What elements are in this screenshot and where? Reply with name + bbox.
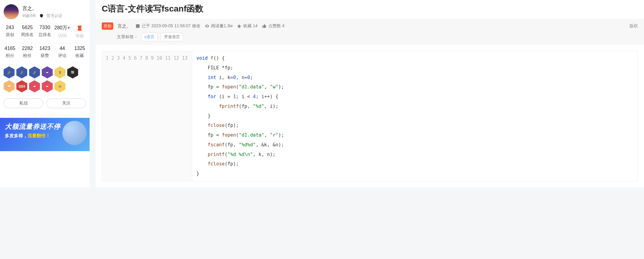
stat-likes[interactable]: 1423 获赞: [36, 46, 54, 58]
eye-icon: [205, 24, 210, 28]
stat-fans[interactable]: 2282 粉丝: [19, 46, 36, 58]
badges: 🚀 🚀 🚀 ✒ 3 恒 📖 1024 ✒ ✒ 🐵: [0, 63, 90, 95]
edit-icon: [135, 24, 140, 28]
shield-icon: [39, 14, 44, 18]
line-gutter: 1 2 3 4 5 6 7 8 9 10 11 12 13: [102, 51, 192, 181]
stat-visits[interactable]: 280万+ 访问: [54, 25, 71, 39]
tag-c[interactable]: c语言: [141, 33, 158, 41]
meta-collect[interactable]: 收藏 14: [237, 23, 257, 29]
copyright-link[interactable]: 版权: [629, 23, 638, 29]
cert-label: 暂无认证: [47, 13, 62, 18]
profile-name[interactable]: 言之。: [22, 5, 62, 12]
stats-bottom: 4165 积分 2282 粉丝 1423 获赞 44 评论 1325 收藏: [0, 43, 90, 63]
tag-dev[interactable]: 开发语言: [161, 33, 183, 41]
article-meta-bar: 原创 言之。 已于 2023-09-05 11:56:07 修改 阅读量1.3w…: [96, 19, 644, 45]
badge-icon[interactable]: 🚀: [16, 66, 27, 78]
article-title: C语言-文件读写fscanf函数: [96, 0, 644, 19]
code-body[interactable]: void f() { FILE *fp; int i, k=0, n=0; fp…: [192, 51, 638, 181]
badge-icon[interactable]: 📖: [4, 80, 15, 92]
stats-top: 243 原创 5625 周排名 7330 总排名 280万+ 访问 等级: [0, 22, 90, 43]
follow-button[interactable]: 关注: [46, 98, 86, 108]
promo-graphic-icon: [62, 121, 87, 145]
meta-timestamp: 已于 2023-09-05 11:56:07 修改: [135, 23, 200, 29]
stat-week-rank[interactable]: 5625 周排名: [19, 25, 36, 39]
badge-icon[interactable]: 恒: [67, 66, 78, 78]
badge-icon[interactable]: 3: [54, 66, 65, 78]
profile-meta: 码龄5年 暂无认证: [22, 13, 62, 18]
profile-header: 言之。 码龄5年 暂无认证: [0, 0, 90, 22]
stat-original[interactable]: 243 原创: [1, 25, 19, 39]
badge-icon[interactable]: 🚀: [29, 66, 40, 78]
promo-banner[interactable]: 大额流量券送不停 多发多得，流量翻倍！: [0, 118, 90, 151]
meta-likes[interactable]: 点赞数 4: [262, 23, 285, 29]
star-icon: [237, 24, 242, 28]
code-block: 1 2 3 4 5 6 7 8 9 10 11 12 13 void f() {…: [102, 51, 638, 181]
avatar[interactable]: [4, 4, 19, 19]
badge-icon[interactable]: 1024: [16, 80, 27, 92]
badge-icon[interactable]: ✒: [42, 80, 53, 92]
tags-label: 文章标签：: [117, 34, 138, 40]
account-age: 码龄5年: [22, 13, 36, 18]
badge-icon[interactable]: ✒: [29, 80, 40, 92]
dm-button[interactable]: 私信: [4, 98, 43, 108]
tags-row: 文章标签： c语言 开发语言: [102, 33, 638, 41]
article-main: C语言-文件读写fscanf函数 原创 言之。 已于 2023-09-05 11…: [96, 0, 644, 188]
stat-points[interactable]: 4165 积分: [1, 46, 19, 58]
author-sidebar: 言之。 码龄5年 暂无认证 243 原创 5625 周排名 7330 总排名 2…: [0, 0, 90, 188]
stat-comments[interactable]: 44 评论: [54, 46, 71, 58]
thumb-up-icon: [262, 24, 267, 28]
author-link[interactable]: 言之。: [117, 23, 131, 29]
meta-views: 阅读量1.3w: [205, 23, 233, 29]
meta-row-1: 原创 言之。 已于 2023-09-05 11:56:07 修改 阅读量1.3w…: [102, 22, 638, 30]
action-buttons: 私信 关注: [0, 95, 90, 112]
original-badge: 原创: [102, 22, 113, 30]
stat-level[interactable]: 等级: [71, 25, 88, 39]
profile-info: 言之。 码龄5年 暂无认证: [22, 5, 62, 18]
badge-icon[interactable]: 🐵: [54, 80, 65, 92]
stat-total-rank[interactable]: 7330 总排名: [36, 25, 54, 39]
stat-collects[interactable]: 1325 收藏: [71, 46, 88, 58]
badge-icon[interactable]: 🚀: [4, 66, 15, 78]
badge-icon[interactable]: ✒: [42, 66, 53, 78]
svg-rect-0: [136, 24, 140, 28]
level-icon: [76, 25, 83, 32]
